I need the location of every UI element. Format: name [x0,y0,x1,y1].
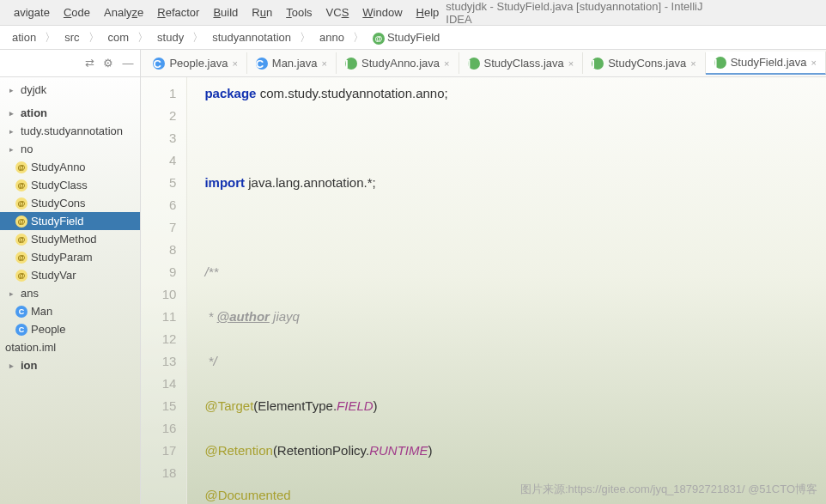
tree-item-StudyClass[interactable]: @StudyClass [0,176,140,194]
tab-label: StudyAnno.java [361,57,440,70]
tab-StudyClass.java[interactable]: IStudyClass.java× [459,52,584,74]
tree-item-dyjdk[interactable]: ▸dyjdk [0,81,140,99]
crumb-6[interactable]: @StudyField [367,29,445,46]
folder-icon: ▸ [5,84,17,96]
folder-icon: ▸ [5,143,17,155]
crumb-5[interactable]: anno [314,29,349,46]
annotation-icon: @ [15,216,27,228]
editor-panel: CPeople.java×CMan.java×IStudyAnno.java×I… [141,50,826,504]
folder-icon: ▸ [5,125,17,137]
menu-window[interactable]: Window [355,3,409,22]
file-icon: C [256,58,268,70]
code-area[interactable]: package com.study.studyannotation.anno; … [187,77,826,504]
window-title: studyjdk - StudyField.java [studyannotat… [446,0,819,26]
tree-label: no [21,143,33,155]
close-icon[interactable]: × [690,58,695,69]
file-icon: I [714,57,726,69]
file-icon: C [153,58,165,70]
crumb-1[interactable]: src [59,29,84,46]
tab-StudyField.java[interactable]: IStudyField.java× [706,52,826,75]
tab-label: StudyField.java [731,56,807,69]
tree-item-no[interactable]: ▸no [0,140,140,158]
folder-icon: ▸ [5,288,17,300]
tree-label: StudyVar [31,269,76,282]
close-icon[interactable]: × [232,58,237,69]
gear-icon[interactable]: ⚙ [103,57,113,70]
tree-item-otation.iml[interactable]: otation.iml [0,338,140,356]
file-icon: I [345,58,357,70]
annotation-icon: @ [15,197,27,209]
tab-StudyAnno.java[interactable]: IStudyAnno.java× [337,52,459,74]
line-numbers: 123456789101112131415161718 [141,77,187,504]
project-tree[interactable]: ▸dyjdk▸ation▸tudy.studyannotation▸no@Stu… [0,77,140,504]
tab-label: StudyCons.java [608,57,686,70]
class-icon: C [15,306,27,318]
tree-item-tudy.studyannotation[interactable]: ▸tudy.studyannotation [0,122,140,140]
close-icon[interactable]: × [811,58,817,68]
crumb-2[interactable]: com [103,29,135,46]
tree-item-People[interactable]: CPeople [0,320,140,338]
crumb-4[interactable]: studyannotation [207,29,296,46]
class-icon: C [15,324,27,336]
annotation-icon: @ [15,234,27,246]
tab-label: People.java [169,57,228,70]
code-editor[interactable]: 123456789101112131415161718 package com.… [141,77,826,504]
tree-item-Man[interactable]: CMan [0,302,140,320]
tree-label: tudy.studyannotation [21,124,123,137]
menu-navigate[interactable]: avigate [7,3,57,22]
menu-code[interactable]: Code [57,3,97,22]
tree-label: StudyField [31,215,83,228]
tree-item-StudyAnno[interactable]: @StudyAnno [0,158,140,176]
tree-label: dyjdk [21,83,46,96]
tree-item-ation[interactable]: ▸ation [0,104,140,122]
tree-toolbar: ⇄ ⚙ — [0,50,140,77]
tree-label: Man [31,305,52,318]
crumb-3[interactable]: study [152,29,189,46]
menubar: avigate Code Analyze Refactor Build Run … [0,0,826,26]
menu-refactor[interactable]: Refactor [150,3,206,22]
file-icon: I [592,58,604,70]
close-icon[interactable]: × [322,58,327,69]
tree-item-StudyCons[interactable]: @StudyCons [0,194,140,212]
menu-tools[interactable]: Tools [279,3,319,22]
tree-label: StudyCons [31,197,86,209]
annotation-icon: @ [373,33,385,45]
tree-label: StudyParam [31,251,93,264]
tree-label: ans [21,287,39,300]
tab-label: Man.java [272,57,318,70]
close-icon[interactable]: × [568,58,574,69]
breadcrumb: ation〉 src〉 com〉 study〉 studyannotation〉… [0,26,826,50]
menu-help[interactable]: Help [410,3,446,22]
project-tree-panel: ⇄ ⚙ — ▸dyjdk▸ation▸tudy.studyannotation▸… [0,50,141,504]
folder-icon: ▸ [5,360,17,372]
tab-label: StudyClass.java [484,57,564,70]
tree-label: People [31,323,65,336]
tree-item-StudyField[interactable]: @StudyField [0,212,140,230]
tree-label: otation.iml [5,341,56,354]
close-icon[interactable]: × [444,58,449,69]
annotation-icon: @ [15,179,27,191]
tree-label: StudyClass [31,179,88,191]
annotation-icon: @ [15,270,27,282]
tab-StudyCons.java[interactable]: IStudyCons.java× [583,52,706,74]
tree-item-StudyParam[interactable]: @StudyParam [0,248,140,266]
minimize-icon[interactable]: — [122,57,133,70]
annotation-icon: @ [15,161,27,173]
menu-vcs[interactable]: VCS [319,3,356,22]
tree-label: StudyMethod [31,233,97,246]
collapse-icon[interactable]: ⇄ [85,57,94,70]
menu-analyze[interactable]: Analyze [97,3,150,22]
editor-tabs: CPeople.java×CMan.java×IStudyAnno.java×I… [141,50,826,77]
menu-build[interactable]: Build [206,3,245,22]
file-icon: I [468,58,480,70]
tree-label: ation [21,106,47,119]
tab-People.java[interactable]: CPeople.java× [144,52,246,74]
tab-Man.java[interactable]: CMan.java× [247,52,337,74]
tree-item-ans[interactable]: ▸ans [0,284,140,302]
menu-run[interactable]: Run [245,3,279,22]
tree-item-StudyVar[interactable]: @StudyVar [0,266,140,284]
tree-item-StudyMethod[interactable]: @StudyMethod [0,230,140,248]
folder-icon: ▸ [5,107,17,119]
crumb-0[interactable]: ation [7,29,41,46]
tree-item-ion[interactable]: ▸ion [0,356,140,374]
